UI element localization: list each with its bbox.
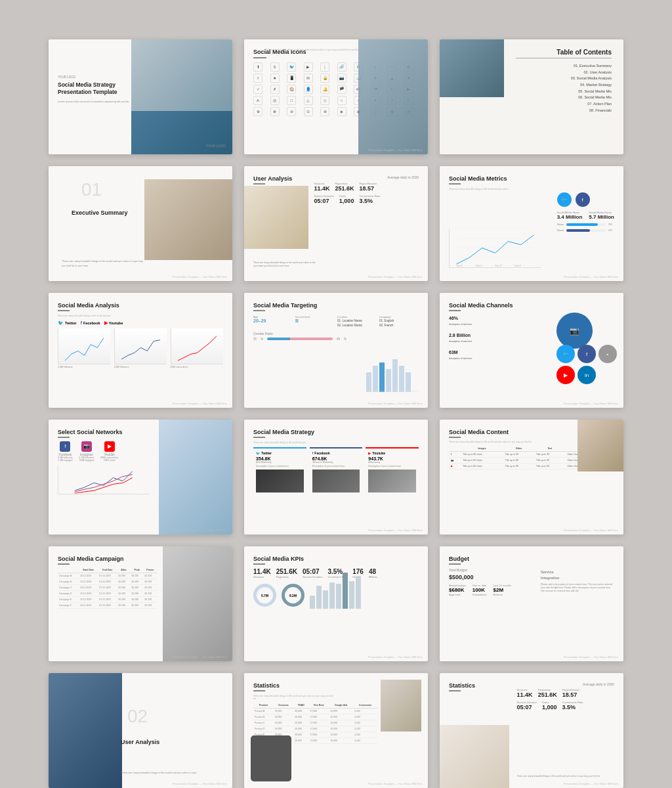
table-row: Campaign C10.15.202001.15.2020$1.500$1.5… xyxy=(58,584,157,590)
sh-5: Conversion xyxy=(353,703,377,709)
slide-9-title: Social Media Channels xyxy=(449,302,614,309)
slide-2-image xyxy=(358,39,428,154)
metric-sessions-val: 11.4K xyxy=(314,185,329,192)
budget-val-2: 100K xyxy=(472,587,487,593)
network-facebook: f Facebook 4.5M followers 1.3M engaged xyxy=(58,441,73,462)
slide-18-m1: Pageviews 251.6K xyxy=(538,688,557,698)
slide-5-metric-sessions: Sessions 11.4K xyxy=(314,182,329,192)
kpi-val-0: 11.4K xyxy=(253,568,271,575)
slide-1-title-area: YOUR LOGO Social Media Strategy Presenta… xyxy=(58,76,135,104)
slide-7-channels: 🐦 Twitter f Facebook ▶ Youtube xyxy=(58,320,223,326)
social-val-2: 5.7 Million xyxy=(589,214,614,220)
slide-7-charts xyxy=(58,328,223,364)
youtube-sm-circle: ▶ xyxy=(556,366,575,384)
metric-users-val: 1,000 xyxy=(339,198,354,204)
slide-16-image xyxy=(49,673,122,788)
slide-1-image-bottom xyxy=(131,111,232,155)
slide-11-title: Social Media Strategy xyxy=(253,429,419,435)
slide-4-title: Executive Summary xyxy=(72,209,128,217)
budget-label-3: Balance xyxy=(494,593,511,596)
slide-content: Social Media Content There are many beau… xyxy=(440,420,623,535)
camp-col-5: Promo xyxy=(144,567,158,573)
icon-twitter: 🐦 xyxy=(287,62,296,72)
c5-0: Campaign F xyxy=(58,602,79,608)
chart-twitter xyxy=(58,328,110,364)
m18-val-0: 11.4K xyxy=(517,691,533,698)
kpi-val-2: 05:07 xyxy=(303,568,322,575)
c2-4: $1.500 xyxy=(131,584,144,590)
slide-5-pagenum: Presentation Template — Your Name Will H… xyxy=(368,275,423,278)
camp-col-2: End Date xyxy=(98,567,117,573)
instagram-big-circle: 📷 xyxy=(556,313,593,349)
slide-14-kpis: 11.4K Sessions 251.6K Pageviews 05:07 Se… xyxy=(253,568,419,579)
col-images: Images xyxy=(461,446,503,452)
sh-4: Google Ads xyxy=(329,703,353,709)
table-row: Product D50,00020,00017,90010,0004,562 xyxy=(253,726,377,732)
svg-rect-13 xyxy=(399,366,404,392)
sh-3: Hire Note xyxy=(308,703,329,709)
m18-val-4: 1,000 xyxy=(542,704,557,711)
slide-6-title: Social Media Metrics xyxy=(449,175,614,182)
yt-icon: ▶ xyxy=(104,441,115,452)
slide-8-underline xyxy=(253,310,265,311)
female-pct: 65 xyxy=(337,338,340,341)
slide-6-stat-1: Social Media Name 3.4 Million xyxy=(557,211,583,220)
yt-desc: Description of your content here xyxy=(368,465,416,468)
c3-1: 10.15.2020 xyxy=(79,590,98,596)
slide-12-pagenum: Presentation Template — Your Name Will H… xyxy=(564,529,618,532)
slide-18-m4: Users 1,000 xyxy=(542,701,557,711)
bar-4 xyxy=(336,584,341,609)
slide-18-m3: Session Duration 05:07 xyxy=(517,701,537,711)
svg-rect-8 xyxy=(366,372,371,392)
platform-youtube: ▶ Youtube 943.7K Advertising Description… xyxy=(366,447,419,496)
chart-youtube xyxy=(171,328,223,364)
slide-10-chart xyxy=(58,465,149,494)
yt-strategy: Advertising xyxy=(368,461,416,464)
slide-toc: Table of Contents 01. Executive Summary … xyxy=(440,39,623,154)
slide-6-metrics-right: 🐦 f Social Media Name 3.4 Million Social… xyxy=(557,192,614,232)
channel-youtube-label: Youtube xyxy=(109,321,123,325)
slide-9-underline xyxy=(449,310,461,311)
platform-facebook: f Facebook 674.8K Influencer Marketing D… xyxy=(310,447,363,496)
icon-b3: ⊘ xyxy=(287,107,296,116)
slide-18-m2: Pages/Session 18.57 xyxy=(562,688,580,698)
row-ig-icon: 📷 xyxy=(449,457,461,463)
table-row: Campaign A10.15.202001.15.2020$1.500$1.5… xyxy=(58,573,157,579)
icon-home: 🏠 xyxy=(287,85,296,94)
kpi-val-5: 48 xyxy=(369,568,377,575)
fb-icon-card: f xyxy=(312,451,314,455)
slide-1-image-top xyxy=(131,39,232,114)
male-pct: 35 xyxy=(253,338,257,341)
col-text: Text xyxy=(534,446,565,452)
c1-0: Campaign B xyxy=(58,579,79,584)
slide-6-bar-label: Name xyxy=(557,223,564,226)
slide-3-list: 01. Executive Summary 02. User Analysis … xyxy=(516,64,612,114)
c1-3: $1.500 xyxy=(117,579,131,584)
slide-5-desc: There are many beautiful things in the w… xyxy=(253,261,318,269)
tw-img xyxy=(256,470,304,492)
tw-val: 354.8K xyxy=(256,456,304,461)
slide-10-image xyxy=(159,420,232,535)
fb-img xyxy=(312,470,360,492)
bar-2 xyxy=(323,590,328,609)
kpi-val-4: 176 xyxy=(352,568,364,575)
target-location-val: 01. Location Name 02. Location Name xyxy=(337,318,377,328)
slide-13-underline xyxy=(58,563,70,565)
slide-6-desc: There are many beautiful things in life … xyxy=(449,188,515,190)
budget-item-2-label: Year to date xyxy=(472,584,487,587)
fb-strategy: Influencer Marketing xyxy=(312,461,360,464)
facebook-icon: f xyxy=(576,192,590,207)
svg-rect-14 xyxy=(406,372,411,392)
icon-b1: ⊕ xyxy=(253,107,262,116)
toc-item-3: 03. Social Media Analysis xyxy=(516,76,612,81)
camp-col-1: Start Date xyxy=(79,567,98,573)
toc-item-7: 07. Action Plan xyxy=(516,102,612,107)
icon-flag: 🏴 xyxy=(337,85,346,94)
icon-youtube: ▶ xyxy=(304,62,313,72)
c2-1: 10.15.2020 xyxy=(79,584,98,590)
gender-label: Gender Ratio xyxy=(253,332,419,336)
kpi-label-2: Session Duration xyxy=(303,575,322,579)
slide-18-m5: Conversions Rate 3.5% xyxy=(562,701,583,711)
slide-18-avg-label: Average daily in 2020 xyxy=(517,682,614,686)
budget-item-3-label: Last 12 months xyxy=(494,584,511,587)
